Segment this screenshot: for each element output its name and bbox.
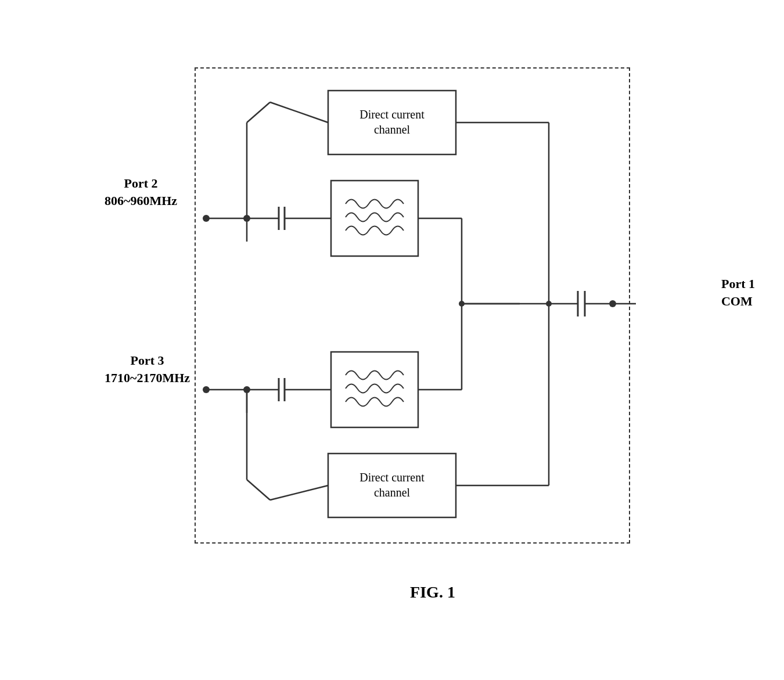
svg-rect-0 (328, 91, 456, 154)
port3-label: Port 3 1710~2170MHz (105, 352, 190, 388)
svg-rect-3 (331, 181, 418, 256)
diagram-area: Port 2 806~960MHz Port 3 1710~2170MHz Po… (195, 67, 671, 567)
page-container: Port 2 806~960MHz Port 3 1710~2170MHz Po… (102, 50, 682, 631)
circuit-diagram: Direct current channel Direct current ch… (195, 67, 630, 544)
svg-text:Direct current: Direct current (359, 471, 425, 484)
svg-line-13 (270, 102, 328, 123)
svg-line-30 (247, 480, 270, 500)
svg-rect-4 (331, 352, 418, 427)
svg-point-43 (546, 301, 552, 307)
svg-text:channel: channel (374, 123, 411, 136)
figure-caption: FIG. 1 (410, 583, 455, 602)
svg-line-31 (270, 485, 328, 500)
port1-label: Port 1 COM (721, 275, 755, 311)
port2-label: Port 2 806~960MHz (105, 175, 177, 211)
svg-text:Direct current: Direct current (359, 108, 425, 121)
svg-text:channel: channel (374, 486, 411, 499)
svg-line-12 (247, 102, 270, 123)
svg-rect-5 (328, 454, 456, 517)
